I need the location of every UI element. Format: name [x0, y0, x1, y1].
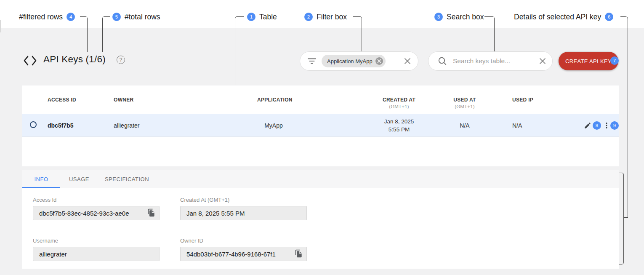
annotation-label: #filtered rows [19, 13, 63, 21]
search-input[interactable] [453, 57, 532, 65]
filter-icon [308, 58, 316, 64]
annotation-badge-9: 9 [610, 121, 619, 130]
search-icon [438, 56, 447, 66]
field-created-at: Created At (GMT+1) Jan 8, 2025 5:55 PM [180, 197, 307, 220]
create-api-key-label: CREATE API KEY [565, 58, 612, 64]
annotation-filter-box: 2 Filter box [304, 12, 347, 22]
field-label: Created At (GMT+1) [180, 197, 307, 203]
field-value: 54db03bf-b677-4b96-9168-67f1 [186, 251, 276, 258]
column-header-used-ip: USED IP [512, 97, 533, 103]
annotation-badge-7: 7 [610, 56, 619, 65]
column-header-access-id: ACCESS ID [48, 97, 76, 103]
copy-icon[interactable] [294, 249, 303, 259]
filter-chip-label: Application MyApp [327, 58, 373, 64]
column-label: CREATED AT [383, 97, 415, 103]
column-sublabel: (GMT+1) [370, 104, 428, 110]
table-row[interactable]: dbc5f7b5 alliegrater MyApp Jan 8, 2025 5… [22, 114, 619, 137]
annotation-label: Search box [447, 13, 484, 21]
field-value: Jan 8, 2025 5:55 PM [186, 210, 245, 217]
cell-owner: alliegrater [114, 114, 139, 136]
field-value: dbc5f7b5-83ec-4852-93c3-ae0e [39, 210, 129, 217]
annotation-search-box: 3 Search box [434, 12, 484, 22]
help-glyph: ? [120, 57, 122, 63]
annotation-badge-8: 8 [593, 121, 601, 130]
created-at-date: Jan 8, 2025 [384, 117, 414, 125]
copy-icon[interactable] [147, 208, 156, 218]
filter-chip[interactable]: Application MyApp [322, 55, 386, 67]
column-label: USED AT [453, 97, 476, 103]
cell-used-at: N/A [435, 114, 494, 136]
column-sublabel: (GMT+1) [435, 104, 494, 110]
connector-filter-box [353, 16, 362, 51]
cell-application: MyApp [248, 114, 299, 136]
column-header-used-at: USED AT (GMT+1) [435, 97, 494, 110]
annotation-details-panel: Details of selected API key 6 [514, 12, 613, 22]
details-bracket-top [619, 173, 624, 218]
code-icon [23, 55, 39, 68]
tab-specification[interactable]: SPECIFICATION [98, 170, 156, 188]
annotation-badge-6: 6 [605, 13, 613, 21]
annotation-badge-3: 3 [434, 13, 443, 21]
connector-search-box [484, 16, 495, 51]
create-api-key-button[interactable]: CREATE API KEY [559, 52, 618, 70]
field-username: Username alliegrater [33, 238, 160, 261]
page-title: API Keys (1/6) [43, 54, 106, 65]
column-header-created-at: CREATED AT (GMT+1) [370, 97, 428, 110]
field-label: Username [33, 238, 160, 244]
username-value-box: alliegrater [33, 247, 160, 261]
connector-filtered-rows [80, 16, 88, 52]
owner-id-value-box: 54db03bf-b677-4b96-9168-67f1 [180, 247, 307, 261]
annotation-badge-4: 4 [67, 13, 75, 21]
cell-used-ip: N/A [512, 114, 522, 136]
edit-icon[interactable] [584, 122, 591, 129]
annotation-total-rows: 5 #total rows [112, 12, 160, 22]
column-header-application: APPLICATION [257, 97, 293, 103]
annotation-badge-1: 1 [247, 13, 255, 21]
filter-box[interactable]: Application MyApp [300, 51, 418, 71]
annotation-label: Details of selected API key [514, 13, 601, 21]
column-label: ACCESS ID [48, 97, 76, 103]
filter-clear-icon[interactable] [403, 56, 412, 66]
details-bracket-bottom [619, 218, 624, 264]
annotation-label: Table [259, 13, 277, 21]
field-access-id: Access Id dbc5f7b5-83ec-4852-93c3-ae0e [33, 197, 160, 220]
search-box[interactable] [428, 51, 553, 71]
api-keys-table: ACCESS ID OWNER APPLICATION CREATED AT (… [22, 85, 619, 166]
connector-table [235, 16, 244, 85]
created-at-value-box: Jan 8, 2025 5:55 PM [180, 206, 307, 220]
column-label: APPLICATION [257, 97, 293, 103]
column-label: USED IP [512, 97, 533, 103]
kebab-menu-icon[interactable] [603, 121, 610, 130]
tab-usage[interactable]: USAGE [60, 170, 98, 188]
cell-created-at: Jan 8, 2025 5:55 PM [370, 114, 428, 136]
cell-access-id: dbc5f7b5 [48, 114, 73, 136]
field-label: Owner ID [180, 238, 307, 244]
field-value: alliegrater [39, 251, 67, 258]
column-header-owner: OWNER [114, 97, 134, 103]
created-at-time: 5:55 PM [389, 125, 410, 133]
annotation-table: 1 Table [247, 12, 277, 22]
annotation-badge-5: 5 [112, 13, 121, 21]
details-tab-bar: INFO USAGE SPECIFICATION [22, 170, 619, 188]
details-bracket-stub [624, 217, 628, 218]
details-panel: Access Id dbc5f7b5-83ec-4852-93c3-ae0e C… [22, 188, 619, 269]
annotation-label: Filter box [317, 13, 347, 21]
field-label: Access Id [33, 197, 160, 203]
annotation-filtered-rows: #filtered rows 4 [19, 12, 75, 22]
row-radio-button[interactable] [30, 121, 37, 128]
search-clear-icon[interactable] [538, 56, 547, 66]
access-id-value-box: dbc5f7b5-83ec-4852-93c3-ae0e [33, 206, 160, 220]
annotation-badge-2: 2 [304, 13, 313, 21]
left-edge-artifact [0, 20, 1, 32]
help-icon[interactable]: ? [117, 56, 125, 64]
column-label: OWNER [114, 97, 134, 103]
chip-remove-icon[interactable] [375, 57, 383, 65]
connector-total-rows [102, 16, 110, 52]
tab-info[interactable]: INFO [22, 170, 60, 188]
field-owner-id: Owner ID 54db03bf-b677-4b96-9168-67f1 [180, 238, 307, 261]
annotation-label: #total rows [125, 13, 160, 21]
